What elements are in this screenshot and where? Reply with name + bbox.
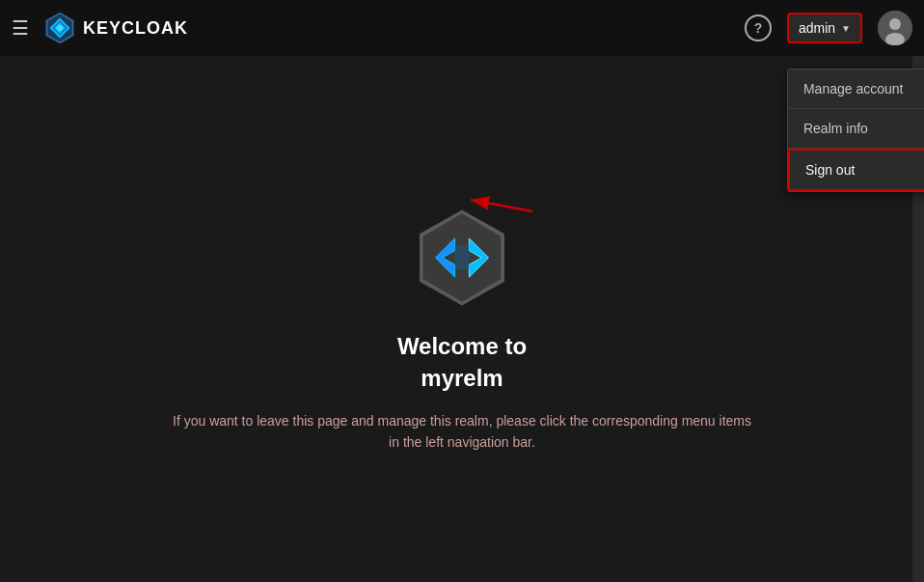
realm-info-item[interactable]: Realm info (788, 109, 924, 149)
svg-point-7 (889, 18, 901, 30)
help-icon[interactable]: ? (745, 14, 772, 42)
caret-icon: ▼ (841, 23, 851, 34)
admin-wrapper: admin ▼ Manage account Realm info Sign o… (787, 13, 862, 43)
avatar-icon (878, 11, 912, 45)
hamburger-icon[interactable]: ☰ (12, 16, 29, 40)
navbar-right: ? admin ▼ Manage account Realm info Sign… (745, 11, 912, 45)
navbar-left: ☰ KEYCLOAK (12, 11, 188, 45)
admin-dropdown-button[interactable]: admin ▼ (787, 13, 862, 43)
main-content: Welcome to myrelm If you want to leave t… (0, 56, 924, 582)
admin-dropdown-menu: Manage account Realm info Sign out (787, 69, 924, 192)
admin-label: admin (799, 20, 835, 36)
welcome-title: Welcome to myrelm (397, 330, 527, 395)
main-keycloak-logo (409, 205, 515, 311)
svg-marker-17 (455, 245, 470, 270)
sign-out-item[interactable]: Sign out (788, 149, 924, 191)
manage-account-item[interactable]: Manage account (788, 69, 924, 109)
navbar: ☰ KEYCLOAK ? admin ▼ (0, 0, 924, 56)
logo-container: KEYCLOAK (42, 11, 188, 45)
user-avatar[interactable] (878, 11, 912, 45)
app-title: KEYCLOAK (83, 18, 188, 39)
welcome-description: If you want to leave this page and manag… (173, 410, 751, 454)
keycloak-logo-icon (42, 11, 77, 45)
